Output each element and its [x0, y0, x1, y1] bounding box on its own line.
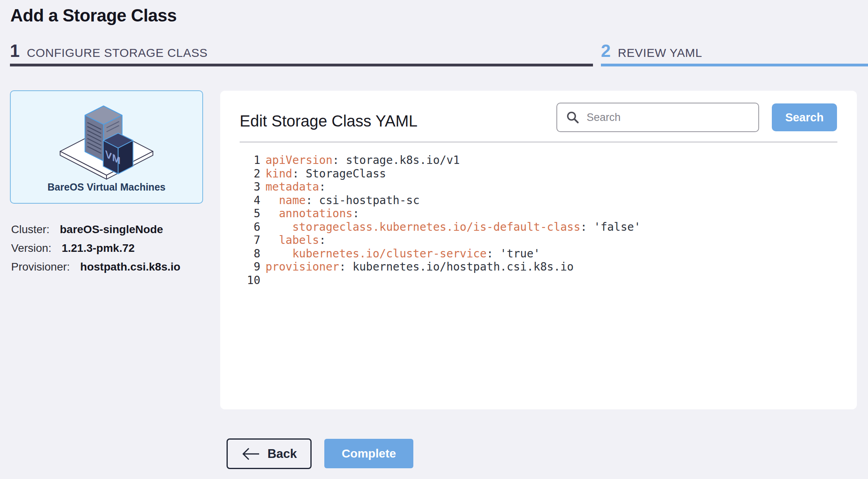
yaml-line: 1apiVersion: storage.k8s.io/v1 — [220, 154, 857, 167]
yaml-panel: Edit Storage Class YAML Search 1apiVersi… — [220, 91, 857, 409]
complete-button[interactable]: Complete — [324, 439, 413, 468]
cluster-value: bareOS-singleNode — [60, 223, 163, 236]
back-button[interactable]: Back — [227, 438, 312, 469]
back-arrow-icon — [241, 447, 260, 461]
step-number: 2 — [601, 41, 610, 61]
panel-divider — [240, 142, 837, 142]
search-input[interactable] — [586, 111, 750, 124]
yaml-line: 7 labels: — [220, 234, 857, 247]
storage-type-card[interactable]: VM BareOS Virtual Machines — [10, 90, 203, 204]
page-title: Add a Storage Class — [10, 6, 176, 25]
cluster-info: Cluster: bareOS-singleNode Version: 1.21… — [11, 223, 180, 279]
version-label: Version: — [11, 241, 51, 255]
search-icon — [566, 111, 579, 124]
step-underline-active — [601, 64, 868, 66]
provisioner-row: Provisioner: hostpath.csi.k8s.io — [11, 260, 180, 273]
version-value: 1.21.3-pmk.72 — [62, 241, 135, 255]
cluster-label: Cluster: — [11, 223, 49, 236]
yaml-line: 9provisioner: kubernetes.io/hostpath.csi… — [220, 260, 857, 274]
search-button[interactable]: Search — [772, 103, 837, 131]
provisioner-label: Provisioner: — [11, 260, 70, 273]
version-row: Version: 1.21.3-pmk.72 — [11, 241, 180, 255]
panel-title: Edit Storage Class YAML — [240, 112, 418, 130]
card-label: BareOS Virtual Machines — [48, 181, 166, 193]
yaml-line: 3metadata: — [220, 180, 857, 194]
yaml-line: 2kind: StorageClass — [220, 167, 857, 181]
step-underline — [10, 64, 593, 66]
yaml-line: 10 — [220, 274, 857, 287]
add-storage-class-page: Add a Storage Class 1 CONFIGURE STORAGE … — [0, 0, 868, 479]
yaml-line: 6 storageclass.kubernetes.io/is-default-… — [220, 220, 857, 234]
yaml-line: 5 annotations: — [220, 207, 857, 220]
yaml-line: 8 kubernetes.io/cluster-service: 'true' — [220, 247, 857, 261]
yaml-editor[interactable]: 1apiVersion: storage.k8s.io/v12kind: Sto… — [220, 154, 857, 287]
yaml-line: 4 name: csi-hostpath-sc — [220, 194, 857, 207]
step-number: 1 — [10, 41, 19, 61]
step-label: REVIEW YAML — [618, 46, 702, 60]
back-button-label: Back — [267, 447, 297, 461]
step-configure-storage-class[interactable]: 1 CONFIGURE STORAGE CLASS — [10, 41, 593, 66]
provisioner-value: hostpath.csi.k8s.io — [80, 260, 180, 273]
step-label: CONFIGURE STORAGE CLASS — [27, 46, 207, 60]
cluster-row: Cluster: bareOS-singleNode — [11, 223, 180, 236]
vm-server-icon: VM — [57, 96, 156, 181]
search-input-wrapper — [556, 103, 759, 132]
step-review-yaml[interactable]: 2 REVIEW YAML — [601, 41, 868, 66]
